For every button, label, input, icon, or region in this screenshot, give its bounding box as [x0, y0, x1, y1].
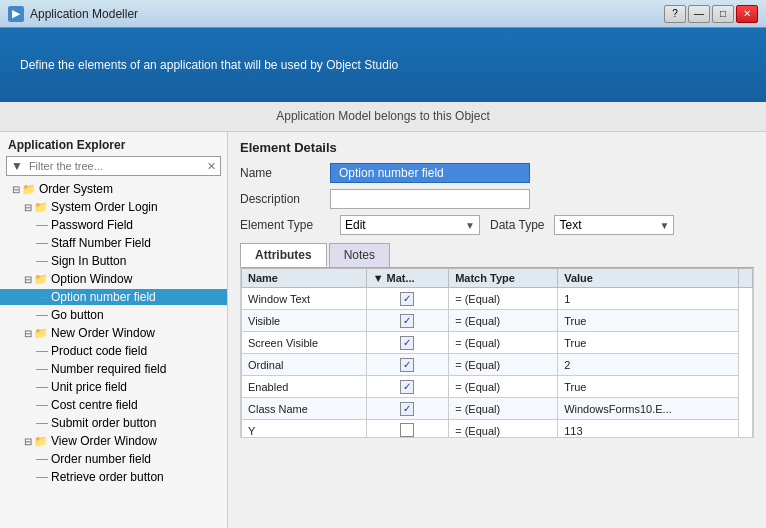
attr-value: 1 — [558, 288, 739, 310]
tree-label: Go button — [51, 308, 104, 322]
data-type-label: Data Type — [490, 218, 544, 232]
table-row: Ordinal ✓ = (Equal) 2 — [242, 354, 753, 376]
chevron-down-icon: ▼ — [660, 220, 670, 231]
list-item: — Cost centre field — [0, 396, 227, 414]
col-header-match-type: Match Type — [449, 269, 558, 288]
sub-header: Application Model belongs to this Object — [0, 102, 766, 132]
tree-node-new-order-window[interactable]: ⊟ 📁 New Order Window — [0, 325, 227, 341]
list-item: — Order number field — [0, 450, 227, 468]
line-icon: — — [36, 452, 48, 466]
attr-match-type: = (Equal) — [449, 354, 558, 376]
data-type-select[interactable]: Text ▼ — [554, 215, 674, 235]
attr-matched[interactable]: ✓ — [366, 354, 449, 376]
chevron-down-icon: ▼ — [465, 220, 475, 231]
right-panel: Element Details Name Option number field… — [228, 132, 766, 528]
title-bar-left: ▶ Application Modeller — [8, 6, 138, 22]
attr-name: Screen Visible — [242, 332, 367, 354]
line-icon: — — [36, 290, 48, 304]
tree-node-cost-centre-field[interactable]: — Cost centre field — [0, 397, 227, 413]
tab-attributes[interactable]: Attributes — [240, 243, 327, 267]
tree-label: Staff Number Field — [51, 236, 151, 250]
attr-matched[interactable] — [366, 420, 449, 439]
element-type-label: Element Type — [240, 218, 330, 232]
tree-node-retrieve-order-button[interactable]: — Retrieve order button — [0, 469, 227, 485]
attr-value: WindowsForms10.E... — [558, 398, 739, 420]
attr-matched[interactable]: ✓ — [366, 376, 449, 398]
line-icon: — — [36, 362, 48, 376]
filter-input[interactable] — [27, 158, 203, 174]
folder-icon: 📁 — [34, 327, 48, 340]
tree-node-sign-in-button[interactable]: — Sign In Button — [0, 253, 227, 269]
minimize-button[interactable]: — — [688, 5, 710, 23]
explorer-title: Application Explorer — [0, 132, 227, 154]
folder-icon: 📁 — [34, 273, 48, 286]
attr-matched[interactable]: ✓ — [366, 332, 449, 354]
list-item: ⊟ 📁 Order System — [0, 180, 227, 198]
list-item: — Staff Number Field — [0, 234, 227, 252]
attr-matched[interactable]: ✓ — [366, 310, 449, 332]
tree-label: View Order Window — [51, 434, 157, 448]
tab-notes[interactable]: Notes — [329, 243, 390, 267]
folder-icon: 📁 — [34, 201, 48, 214]
filter-icon: ▼ — [7, 157, 27, 175]
title-bar: ▶ Application Modeller ? — □ ✕ — [0, 0, 766, 28]
description-input[interactable] — [330, 189, 530, 209]
line-icon: — — [36, 416, 48, 430]
help-button[interactable]: ? — [664, 5, 686, 23]
tree-node-order-number-field[interactable]: — Order number field — [0, 451, 227, 467]
tree-label: Option number field — [51, 290, 156, 304]
folder-icon: 📁 — [22, 183, 36, 196]
tree-node-password-field[interactable]: — Password Field — [0, 217, 227, 233]
left-panel: Application Explorer ▼ ✕ ⊟ 📁 Order Syste… — [0, 132, 228, 528]
description-row: Description — [240, 189, 754, 209]
attr-value: True — [558, 332, 739, 354]
tree-label: System Order Login — [51, 200, 158, 214]
tree-node-number-required-field[interactable]: — Number required field — [0, 361, 227, 377]
attributes-table: Name ▼ Mat... Match Type Value Window Te… — [241, 268, 753, 438]
tabs-bar: Attributes Notes — [240, 243, 754, 268]
tree-node-option-number-field[interactable]: — Option number field — [0, 289, 227, 305]
list-item: — Sign In Button — [0, 252, 227, 270]
list-item: — Unit price field — [0, 378, 227, 396]
table-row: Visible ✓ = (Equal) True — [242, 310, 753, 332]
tree: ⊟ 📁 Order System ⊟ 📁 System Order Login … — [0, 178, 227, 528]
main-layout: Application Explorer ▼ ✕ ⊟ 📁 Order Syste… — [0, 132, 766, 528]
tree-node-product-code-field[interactable]: — Product code field — [0, 343, 227, 359]
list-item: — Option number field — [0, 288, 227, 306]
attr-matched[interactable]: ✓ — [366, 398, 449, 420]
folder-icon: 📁 — [34, 435, 48, 448]
list-item: — Retrieve order button — [0, 468, 227, 486]
tree-node-view-order-window[interactable]: ⊟ 📁 View Order Window — [0, 433, 227, 449]
attr-match-type: = (Equal) — [449, 398, 558, 420]
attr-match-type: = (Equal) — [449, 332, 558, 354]
maximize-button[interactable]: □ — [712, 5, 734, 23]
filter-box: ▼ ✕ — [6, 156, 221, 176]
close-button[interactable]: ✕ — [736, 5, 758, 23]
tree-node-order-system[interactable]: ⊟ 📁 Order System — [0, 181, 227, 197]
table-row: Class Name ✓ = (Equal) WindowsForms10.E.… — [242, 398, 753, 420]
attr-name: Y — [242, 420, 367, 439]
element-type-select[interactable]: Edit ▼ — [340, 215, 480, 235]
data-type-value: Text — [559, 218, 581, 232]
list-item: — Password Field — [0, 216, 227, 234]
line-icon: — — [36, 344, 48, 358]
tree-node-unit-price-field[interactable]: — Unit price field — [0, 379, 227, 395]
col-header-name: Name — [242, 269, 367, 288]
attr-name: Visible — [242, 310, 367, 332]
col-header-value: Value — [558, 269, 739, 288]
header-text: Define the elements of an application th… — [20, 58, 398, 72]
attr-matched[interactable]: ✓ — [366, 288, 449, 310]
tree-node-go-button[interactable]: — Go button — [0, 307, 227, 323]
col-header-scroll — [739, 269, 753, 288]
sub-header-text: Application Model belongs to this Object — [276, 109, 489, 123]
table-row: Y = (Equal) 113 — [242, 420, 753, 439]
tree-node-submit-order-button[interactable]: — Submit order button — [0, 415, 227, 431]
title-bar-title: Application Modeller — [30, 7, 138, 21]
tree-node-option-window[interactable]: ⊟ 📁 Option Window — [0, 271, 227, 287]
tree-node-system-order-login[interactable]: ⊟ 📁 System Order Login — [0, 199, 227, 215]
toggle-icon: ⊟ — [24, 436, 32, 447]
filter-clear-button[interactable]: ✕ — [203, 158, 220, 175]
attr-match-type: = (Equal) — [449, 420, 558, 439]
tree-node-staff-number-field[interactable]: — Staff Number Field — [0, 235, 227, 251]
name-value[interactable]: Option number field — [330, 163, 530, 183]
